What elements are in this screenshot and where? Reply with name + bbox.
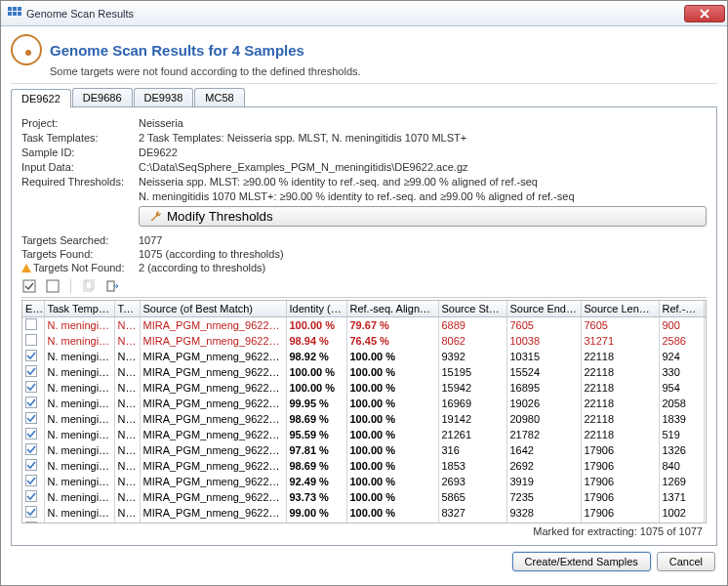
table-row[interactable]: N. meningitidis...NMC...MIRA_PGM_nmeng_9… <box>22 442 707 458</box>
ext-checkbox[interactable] <box>22 489 44 505</box>
cell-warning <box>704 364 707 380</box>
cell-target: NMC... <box>114 489 140 505</box>
table-row[interactable]: N. meningitidis...NMC...MIRA_PGM_nmeng_9… <box>22 489 707 505</box>
cell-ref-seq: 1326 <box>659 442 704 458</box>
svg-rect-2 <box>18 7 21 11</box>
cell-source-length: 17906 <box>581 474 659 489</box>
tab-de9686[interactable]: DE9686 <box>72 88 133 106</box>
cell-source-end: 7235 <box>506 489 581 505</box>
cell-source-length: 22118 <box>581 427 659 442</box>
cell-source-length: 22118 <box>581 396 659 411</box>
table-row[interactable]: N. meningitidis...NMC...MIRA_PGM_nmeng_9… <box>22 380 707 396</box>
cell-source-end: 2692 <box>506 458 581 474</box>
ext-checkbox[interactable] <box>22 364 44 380</box>
cell-identity: 98.94 % <box>286 333 346 349</box>
notfound-label: Targets Not Found: <box>21 262 139 273</box>
uncheck-all-button[interactable] <box>45 278 61 294</box>
cell-ref-seq: 954 <box>659 380 704 396</box>
table-row[interactable]: N. meningitidis...NMC...MIRA_PGM_nmeng_9… <box>22 411 707 427</box>
table-row[interactable]: N. meningitidis...NMC...MIRA_PGM_nmeng_9… <box>22 349 707 364</box>
ext-checkbox[interactable] <box>22 427 44 442</box>
table-row[interactable]: N. meningitidis...NMC...MIRA_PGM_nmeng_9… <box>22 396 707 411</box>
cell-task-template: N. meningitidis... <box>44 364 114 380</box>
searched-label: Targets Searched: <box>21 234 139 246</box>
cell-source-length: 17906 <box>581 442 659 458</box>
found-value: 1075 (according to thresholds) <box>139 248 707 260</box>
cell-source-end: 21782 <box>506 427 581 442</box>
page-subtitle: Some targets were not found according to… <box>50 65 717 77</box>
ext-checkbox[interactable] <box>22 396 44 411</box>
tab-de9938[interactable]: DE9938 <box>134 88 194 106</box>
project-label: Project: <box>21 117 139 129</box>
table-row[interactable]: N. meningitidis...NMC...MIRA_PGM_nmeng_9… <box>22 316 707 333</box>
ext-checkbox[interactable] <box>22 333 44 349</box>
wrench-icon <box>149 210 163 224</box>
cell-task-template: N. meningitidis... <box>44 411 114 427</box>
cell-source-length: 17906 <box>581 458 659 474</box>
tab-de9622[interactable]: DE9622 <box>11 89 71 107</box>
copy-button <box>81 278 97 294</box>
tab-mc58[interactable]: MC58 <box>194 88 244 106</box>
cell-identity: 100.00 % <box>286 316 346 333</box>
col-source-end[interactable]: Source End (o... <box>506 301 581 316</box>
col-ref-aligned[interactable]: Ref.-seq. Aligned... <box>346 301 438 316</box>
col-identity[interactable]: Identity (of ... <box>286 301 346 316</box>
cell-source-end: 9328 <box>506 505 581 521</box>
col-ref-seq[interactable]: Ref.-se... <box>659 301 704 316</box>
notfound-value: 2 (according to thresholds) <box>139 262 707 273</box>
cell-warning <box>704 380 707 396</box>
table-row[interactable]: N. meningitidis...NMC...MIRA_PGM_nmeng_9… <box>22 505 707 521</box>
cell-source: MIRA_PGM_nmeng_9622_pgm_m... <box>140 349 286 364</box>
table-row[interactable]: N. meningitidis...NMC...MIRA_PGM_nmeng_9… <box>22 427 707 442</box>
close-button[interactable] <box>684 5 725 22</box>
ext-checkbox[interactable] <box>22 458 44 474</box>
col-source[interactable]: Source (of Best Match) <box>140 301 286 316</box>
cell-target: NMC... <box>114 442 140 458</box>
cancel-button[interactable]: Cancel <box>657 552 715 571</box>
check-all-button[interactable] <box>21 278 37 294</box>
cell-source: MIRA_PGM_nmeng_9622_pgm_m... <box>140 442 286 458</box>
col-source-start[interactable]: Source Start (... <box>438 301 506 316</box>
cell-ref-seq: 330 <box>659 364 704 380</box>
cell-source-length: 31271 <box>581 333 659 349</box>
modify-thresholds-button[interactable]: Modify Thresholds <box>139 206 707 227</box>
col-ext[interactable]: Ext... <box>22 301 44 316</box>
ext-checkbox[interactable] <box>22 349 44 364</box>
ext-checkbox[interactable] <box>22 411 44 427</box>
cell-identity: 98.69 % <box>286 411 346 427</box>
results-grid[interactable]: Ext... Task Template Tar... Source (of B… <box>21 300 707 523</box>
table-row[interactable]: N. meningitidis...NMC...MIRA_PGM_nmeng_9… <box>22 364 707 380</box>
cell-ref-seq: 1002 <box>659 505 704 521</box>
table-row[interactable]: N. meningitidis...NMC...MIRA_PGM_nmeng_9… <box>22 474 707 489</box>
content: Genome Scan Results for 4 Samples Some t… <box>1 26 727 585</box>
close-icon <box>700 9 709 19</box>
ext-checkbox[interactable] <box>22 442 44 458</box>
cell-ref-seq: 1371 <box>659 489 704 505</box>
cell-ref-aligned: 100.00 % <box>346 411 438 427</box>
cell-target: NMC... <box>114 458 140 474</box>
create-extend-button[interactable]: Create/Extend Samples <box>512 552 651 571</box>
col-warning[interactable]: Warning <box>704 301 707 316</box>
col-target[interactable]: Tar... <box>114 301 140 316</box>
cell-source-end: 16895 <box>506 380 581 396</box>
ext-checkbox[interactable] <box>22 380 44 396</box>
ext-checkbox[interactable] <box>22 316 44 333</box>
cell-ref-aligned: 100.00 % <box>346 364 438 380</box>
cell-source: MIRA_PGM_nmeng_9622_pgm_m... <box>140 396 286 411</box>
cell-task-template: N. meningitidis... <box>44 396 114 411</box>
col-source-length[interactable]: Source Length (... <box>581 301 659 316</box>
table-row[interactable]: N. meningitidis...NMC...MIRA_PGM_nmeng_9… <box>22 458 707 474</box>
cell-source-length: 22118 <box>581 349 659 364</box>
cell-identity: 97.81 % <box>286 442 346 458</box>
cell-source-start: 316 <box>438 442 506 458</box>
col-task-template[interactable]: Task Template <box>44 301 114 316</box>
cell-source-start: 8327 <box>438 505 506 521</box>
ext-checkbox[interactable] <box>22 505 44 521</box>
cell-ref-aligned: 100.00 % <box>346 380 438 396</box>
export-button[interactable] <box>104 278 120 294</box>
ext-checkbox[interactable] <box>22 474 44 489</box>
cell-source: MIRA_PGM_nmeng_9622_pgm_m... <box>140 489 286 505</box>
cell-source-length: 22118 <box>581 411 659 427</box>
cell-target: NMC... <box>114 427 140 442</box>
table-row[interactable]: N. meningitidis...NMC...MIRA_PGM_nmeng_9… <box>22 333 707 349</box>
